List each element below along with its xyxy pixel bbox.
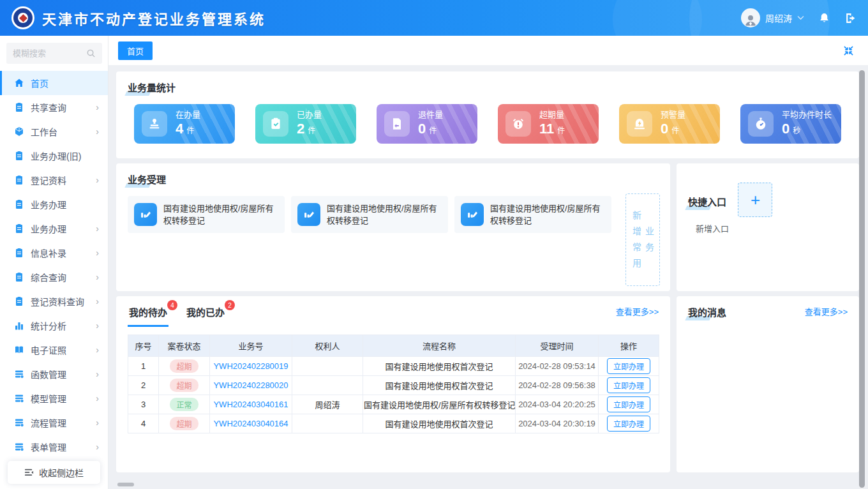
tab-my-done[interactable]: 我的已办 2	[185, 305, 226, 325]
sidebar: 首页 共享查询› 工作台› 业务办理(旧) 登记资料› 业务办理 业务办理› 信…	[0, 36, 108, 489]
stat-card-avg-duration: 平均办件时长 0秒	[740, 104, 841, 144]
status-badge: 正常	[170, 398, 198, 411]
cell-action: 立即办理	[599, 414, 659, 433]
logout-icon[interactable]	[844, 12, 857, 24]
business-type-card[interactable]: 国有建设用地使用权/房屋所有权转移登记	[128, 196, 285, 233]
stat-unit: 件	[671, 126, 679, 135]
business-type-icon	[134, 203, 157, 226]
cell-action: 立即办理	[599, 357, 659, 376]
tab-home[interactable]: 首页	[118, 41, 153, 60]
horizontal-scrollbar-thumb[interactable]	[117, 483, 134, 486]
sidebar-item-registration-files[interactable]: 登记资料›	[0, 168, 108, 192]
cell-no: 3	[128, 395, 159, 414]
messages-panel: 我的消息 查看更多>>	[677, 296, 859, 472]
handle-now-button[interactable]: 立即办理	[607, 358, 650, 374]
stat-unit: 件	[557, 126, 565, 135]
sidebar-item-label: 业务办理	[31, 222, 66, 235]
stat-label: 超期量	[539, 110, 565, 120]
status-badge: 超期	[170, 417, 198, 430]
list-gear-icon	[14, 442, 24, 452]
submenu-arrow-icon: ›	[96, 345, 99, 354]
vertical-scrollbar-thumb[interactable]	[859, 70, 865, 488]
messages-more-link[interactable]: 查看更多>>	[805, 305, 848, 317]
sidebar-item-label: 业务办理	[31, 198, 66, 211]
sidebar-item-label: 共享查询	[31, 101, 66, 114]
bar-chart-icon	[14, 320, 24, 331]
collapse-icon	[24, 468, 34, 477]
submenu-arrow-icon: ›	[96, 442, 99, 451]
sidebar-item-workbench[interactable]: 工作台›	[0, 119, 108, 144]
handle-now-button[interactable]: 立即办理	[607, 416, 650, 432]
sidebar-item-registration-query[interactable]: 登记资料查询›	[0, 289, 108, 313]
cell-biz-no: YWH202402280019	[210, 357, 292, 376]
stamp-icon	[142, 111, 167, 137]
sidebar-item-flow-mgmt[interactable]: 流程管理›	[0, 410, 108, 435]
table-row: 1 超期 YWH202402280019 国有建设用地使用权首次登记 2024-…	[128, 357, 659, 376]
cell-biz-no: YWH202403040161	[210, 395, 292, 414]
cell-flow: 国有建设用地使用权/房屋所有权转移登记	[363, 395, 516, 414]
sidebar-item-business-handling[interactable]: 业务办理	[0, 192, 108, 216]
alarm-clock-icon	[505, 111, 531, 137]
cell-status: 超期	[159, 414, 210, 433]
sidebar-item-business-handling-2[interactable]: 业务办理›	[0, 216, 108, 241]
stat-value: 0	[661, 121, 668, 137]
business-number-link[interactable]: YWH202402280019	[213, 361, 288, 371]
sidebar-item-function-mgmt[interactable]: 函数管理›	[0, 362, 108, 386]
handle-now-button[interactable]: 立即办理	[607, 377, 650, 393]
sidebar-item-label: 业务办理(旧)	[31, 149, 81, 162]
table-row: 2 超期 YWH202402280020 国有建设用地使用权首次登记 2024-…	[128, 376, 659, 395]
tab-my-todo[interactable]: 我的待办 4	[128, 305, 168, 327]
app-title: 天津市不动产登记业务管理系统	[42, 8, 266, 28]
home-icon	[14, 78, 24, 88]
clipboard-icon	[14, 296, 24, 306]
cell-flow: 国有建设用地使用权首次登记	[363, 357, 516, 376]
col-header: 受理时间	[516, 335, 599, 357]
business-number-link[interactable]: YWH202403040164	[213, 419, 288, 428]
sidebar-item-e-certificate[interactable]: 电子证照›	[0, 338, 108, 362]
col-header: 案卷状态	[159, 335, 210, 357]
add-quick-entry-button[interactable]: +	[738, 183, 772, 217]
user-name: 周绍涛	[765, 11, 792, 24]
user-menu[interactable]: 周绍涛	[741, 8, 804, 27]
cell-time: 2024-02-28 09:53:14	[516, 357, 599, 376]
clipboard-icon	[14, 151, 24, 161]
vertical-scrollbar-track	[859, 69, 865, 489]
sidebar-item-model-mgmt[interactable]: 模型管理›	[0, 386, 108, 410]
sidebar-item-home[interactable]: 首页	[0, 71, 108, 95]
notification-bell-icon[interactable]	[818, 12, 830, 24]
sidebar-item-label: 模型管理	[31, 392, 66, 405]
plus-icon: +	[751, 190, 760, 209]
todo-more-link[interactable]: 查看更多>>	[616, 305, 659, 317]
fullscreen-toggle-icon[interactable]	[843, 45, 854, 56]
sidebar-item-label: 登记资料	[31, 174, 66, 186]
add-common-business-button[interactable]: 新增常用业务	[625, 193, 660, 286]
sidebar-item-label: 信息补录	[31, 246, 66, 259]
messages-title: 我的消息	[688, 305, 726, 319]
collapse-sidebar-button[interactable]: 收起侧边栏	[8, 461, 100, 484]
sidebar-item-form-mgmt[interactable]: 表单管理›	[0, 435, 108, 459]
business-number-link[interactable]: YWH202402280020	[213, 380, 288, 390]
business-type-card[interactable]: 国有建设用地使用权/房屋所有权转移登记	[291, 196, 448, 233]
stat-value: 0	[782, 121, 789, 137]
sidebar-item-comprehensive-query[interactable]: 综合查询›	[0, 265, 108, 289]
sidebar-item-info-supplement[interactable]: 信息补录›	[0, 241, 108, 265]
handle-now-button[interactable]: 立即办理	[607, 396, 650, 412]
business-number-link[interactable]: YWH202403040161	[213, 400, 288, 409]
stat-value: 0	[418, 121, 426, 137]
todo-table: 序号 案卷状态 业务号 权利人 流程名称 受理时间 操作 1 超期 YWH202…	[128, 335, 659, 433]
sidebar-item-shared-query[interactable]: 共享查询›	[0, 95, 108, 119]
sidebar-item-business-old[interactable]: 业务办理(旧)	[0, 144, 108, 168]
stat-label: 在办量	[176, 110, 200, 120]
chevron-down-icon	[797, 15, 804, 20]
sidebar-item-label: 工作台	[31, 125, 57, 138]
sidebar-item-statistics[interactable]: 统计分析›	[0, 313, 108, 338]
submenu-arrow-icon: ›	[96, 370, 99, 379]
stat-unit: 件	[429, 126, 437, 135]
cell-status: 正常	[159, 395, 210, 414]
stat-card-warning: 预警量 0件	[619, 104, 720, 144]
header-decoration	[613, 0, 702, 36]
business-type-card[interactable]: 国有建设用地使用权/房屋所有权转移登记	[454, 196, 611, 233]
stat-label: 预警量	[661, 110, 685, 120]
business-type-label: 国有建设用地使用权/房屋所有权转移登记	[163, 202, 278, 227]
status-badge: 超期	[170, 379, 198, 392]
